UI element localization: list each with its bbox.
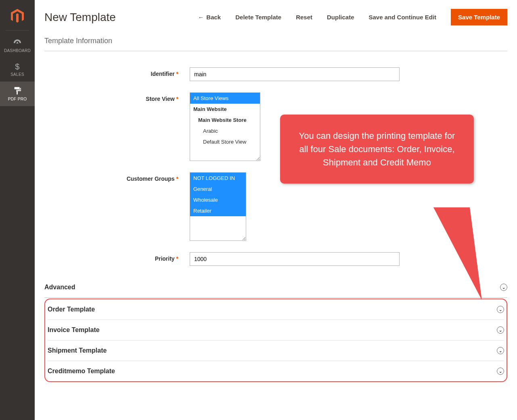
identifier-label: Identifier [44,67,190,77]
fieldset-label: Shipment Template [48,347,107,354]
callout-text: You can design the printing template for… [299,131,455,167]
sidebar-item-sales[interactable]: $ SALES [0,58,35,81]
sidebar-item-pdfpro[interactable]: PDF PRO [0,81,35,106]
priority-label: Priority [44,252,190,262]
customer-groups-label: Customer Groups [44,172,190,182]
back-label: Back [206,14,221,21]
back-button[interactable]: ← Back [198,14,221,21]
store-view-option[interactable]: Main Website [190,104,260,115]
store-view-multiselect[interactable]: All Store Views Main Website Main Websit… [190,92,260,161]
action-bar: ← Back Delete Template Reset Duplicate S… [198,9,507,25]
store-view-option[interactable]: Default Store View [190,136,260,147]
fieldset-label: Order Template [48,306,95,313]
sidebar-item-dashboard[interactable]: DASHBOARD [0,33,35,58]
gauge-icon [2,38,33,47]
svg-marker-2 [433,207,482,300]
chevron-down-icon: ⌄ [497,368,504,375]
delete-template-button[interactable]: Delete Template [235,14,281,21]
customer-group-option[interactable]: Wholesale [190,194,246,205]
section-title: Template Information [44,33,507,51]
fieldset-label: Invoice Template [48,326,100,334]
chevron-down-icon: ⌄ [497,326,504,334]
fieldset-label: Advanced [44,284,75,291]
reset-button[interactable]: Reset [296,14,312,21]
main-content: New Template ← Back Delete Template Rese… [35,0,517,420]
sidebar-item-label: SALES [10,72,24,77]
customer-group-option[interactable]: Retailer [190,205,246,216]
sidebar-item-label: PDF PRO [8,97,27,101]
fieldset-shipment-template[interactable]: Shipment Template ⌄ [48,341,504,361]
page-title: New Template [44,11,116,24]
fieldset-invoice-template[interactable]: Invoice Template ⌄ [48,320,504,341]
template-sections-highlight: Order Template ⌄ Invoice Template ⌄ Ship… [44,299,507,382]
svg-rect-0 [15,87,20,90]
identifier-input[interactable] [190,67,400,81]
page-header: New Template ← Back Delete Template Rese… [44,0,507,33]
chevron-down-icon: ⌄ [497,347,504,354]
chevron-down-icon: ⌄ [497,306,504,313]
arrow-left-icon: ← [198,14,204,21]
sidebar: DASHBOARD $ SALES PDF PRO [0,0,35,420]
duplicate-button[interactable]: Duplicate [327,14,354,21]
field-identifier: Identifier [44,67,507,81]
store-view-option[interactable]: Arabic [190,125,260,136]
priority-input[interactable] [190,252,400,266]
paint-roller-icon [2,86,33,95]
magento-logo[interactable] [6,5,29,31]
customer-group-option[interactable]: General [190,184,246,194]
chevron-down-icon: ⌄ [500,284,507,291]
save-template-button[interactable]: Save Template [451,9,507,25]
sidebar-item-label: DASHBOARD [4,48,31,53]
fieldset-label: Creditmemo Template [48,368,115,375]
store-view-option[interactable]: Main Website Store [190,115,260,125]
fieldset-creditmemo-template[interactable]: Creditmemo Template ⌄ [48,361,504,381]
dollar-icon: $ [2,63,33,71]
customer-group-option[interactable]: NOT LOGGED IN [190,173,246,184]
callout-tail [433,207,490,304]
store-view-option[interactable]: All Store Views [190,93,260,104]
save-continue-button[interactable]: Save and Continue Edit [369,14,437,21]
store-view-label: Store View [44,92,190,102]
annotation-callout: You can design the printing template for… [280,115,474,184]
customer-groups-multiselect[interactable]: NOT LOGGED IN General Wholesale Retailer [190,172,246,241]
svg-rect-1 [17,92,18,94]
